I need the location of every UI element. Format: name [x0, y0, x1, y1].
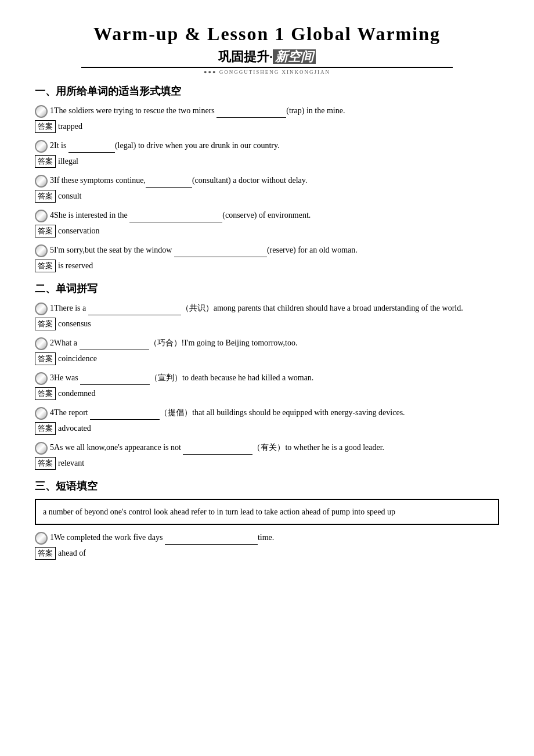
answer-badge-2-4: 答案 — [35, 422, 56, 435]
blank-1-3[interactable] — [146, 178, 192, 188]
answer-badge-3-1: 答案 — [35, 547, 56, 560]
q-icon-2-4 — [35, 407, 48, 420]
q-text-3-1: 1We completed the work five days time. — [50, 531, 499, 545]
answer-1-5: 答案 is reserved — [35, 260, 499, 272]
q-text-2-1: 1There is a （共识）among parents that child… — [50, 301, 499, 315]
blank-2-2[interactable] — [80, 341, 149, 350]
blank-1-2[interactable] — [68, 143, 115, 153]
q-icon-1-4 — [35, 210, 48, 222]
blank-2-1[interactable] — [88, 306, 181, 315]
q-text-1-3: 3If these symptoms continue,(consultant)… — [50, 174, 499, 188]
answer-3-1: 答案 ahead of — [35, 547, 499, 560]
q-text-1-1: 1The soldiers were trying to rescue the … — [50, 104, 499, 118]
subtitle-pinyin: ●●● GONGGUTISHENG XINKONGJIAN — [35, 69, 499, 75]
answer-badge-2-3: 答案 — [35, 387, 56, 400]
answer-badge-1-3: 答案 — [35, 190, 56, 203]
q-text-2-2: 2What a （巧合）!I'm going to Beijing tomorr… — [50, 336, 499, 350]
answer-badge-1-5: 答案 — [35, 260, 56, 272]
answer-2-5: 答案 relevant — [35, 457, 499, 470]
section1: 一、用所给单词的适当形式填空 1The soldiers were trying… — [35, 84, 499, 272]
question-2-2: 2What a （巧合）!I'm going to Beijing tomorr… — [35, 336, 499, 365]
answer-text-1-5: is reserved — [58, 261, 93, 271]
section2: 二、单词拼写 1There is a （共识）among parents tha… — [35, 282, 499, 470]
answer-2-4: 答案 advocated — [35, 422, 499, 435]
section3: 三、短语填空 a number of beyond one's control … — [35, 479, 499, 560]
answer-text-2-5: relevant — [58, 459, 84, 468]
q-icon-3-1 — [35, 532, 48, 545]
answer-text-2-3: condemned — [58, 389, 96, 398]
q-text-1-2: 2It is (legal) to drive when you are dru… — [50, 139, 499, 153]
q-icon-1-5 — [35, 244, 48, 257]
subtitle-banner: 巩固提升·新空间 — [35, 48, 499, 66]
q-text-1-5: 5I'm sorry,but the seat by the window (r… — [50, 243, 499, 257]
subtitle-divider — [81, 67, 453, 68]
q-text-2-4: 4The report （提倡）that all buildings shoul… — [50, 406, 499, 420]
q-icon-2-5 — [35, 442, 48, 455]
answer-2-1: 答案 consensus — [35, 318, 499, 330]
question-2-4: 4The report （提倡）that all buildings shoul… — [35, 406, 499, 435]
answer-badge-1-4: 答案 — [35, 225, 56, 237]
answer-badge-1-1: 答案 — [35, 120, 56, 133]
subtitle-part1: 巩固提升· — [218, 49, 273, 64]
blank-3-1[interactable] — [165, 535, 258, 545]
subtitle-cn: 巩固提升·新空间 — [218, 49, 316, 64]
q-text-2-5: 5As we all know,one's appearance is not … — [50, 441, 499, 455]
answer-text-1-4: conservation — [58, 226, 100, 236]
blank-2-3[interactable] — [80, 376, 150, 385]
answer-text-1-1: trapped — [58, 122, 82, 131]
blank-2-4[interactable] — [90, 411, 160, 420]
answer-badge-2-5: 答案 — [35, 457, 56, 470]
question-1-1: 1The soldiers were trying to rescue the … — [35, 104, 499, 133]
question-1-4: 4She is interested in the (conserve) of … — [35, 208, 499, 237]
q-icon-2-3 — [35, 372, 48, 385]
answer-text-1-3: consult — [58, 192, 81, 201]
question-1-2: 2It is (legal) to drive when you are dru… — [35, 139, 499, 168]
answer-badge-2-1: 答案 — [35, 318, 56, 330]
blank-1-4[interactable] — [129, 213, 222, 222]
answer-text-1-2: illegal — [58, 157, 78, 166]
subtitle-highlight: 新空间 — [273, 49, 316, 64]
answer-text-3-1: ahead of — [58, 549, 86, 558]
answer-2-3: 答案 condemned — [35, 387, 499, 400]
section3-title: 三、短语填空 — [35, 479, 499, 493]
question-3-1: 1We completed the work five days time. 答… — [35, 531, 499, 560]
q-icon-1-1 — [35, 105, 48, 118]
answer-badge-1-2: 答案 — [35, 155, 56, 168]
answer-2-2: 答案 coincidence — [35, 352, 499, 365]
q-icon-1-2 — [35, 140, 48, 153]
q-icon-2-2 — [35, 337, 48, 350]
blank-2-5[interactable] — [183, 445, 252, 455]
q-text-1-4: 4She is interested in the (conserve) of … — [50, 208, 499, 222]
q-icon-2-1 — [35, 303, 48, 315]
question-2-3: 3He was （宣判）to death because he had kill… — [35, 371, 499, 400]
answer-badge-2-2: 答案 — [35, 352, 56, 365]
question-2-1: 1There is a （共识）among parents that child… — [35, 301, 499, 330]
blank-1-5[interactable] — [174, 248, 267, 257]
question-1-3: 3If these symptoms continue,(consultant)… — [35, 174, 499, 203]
question-2-5: 5As we all know,one's appearance is not … — [35, 441, 499, 470]
blank-1-1[interactable] — [217, 109, 286, 118]
q-icon-1-3 — [35, 175, 48, 188]
answer-1-4: 答案 conservation — [35, 225, 499, 237]
main-title: Warm-up & Lesson 1 Global Warming — [35, 23, 499, 45]
phrase-box: a number of beyond one's control look ah… — [35, 499, 499, 525]
question-1-5: 5I'm sorry,but the seat by the window (r… — [35, 243, 499, 272]
answer-1-3: 答案 consult — [35, 190, 499, 203]
section1-title: 一、用所给单词的适当形式填空 — [35, 84, 499, 98]
answer-1-2: 答案 illegal — [35, 155, 499, 168]
answer-1-1: 答案 trapped — [35, 120, 499, 133]
answer-text-2-2: coincidence — [58, 354, 97, 363]
answer-text-2-1: consensus — [58, 319, 91, 329]
answer-text-2-4: advocated — [58, 424, 91, 433]
section2-title: 二、单词拼写 — [35, 282, 499, 296]
q-text-2-3: 3He was （宣判）to death because he had kill… — [50, 371, 499, 385]
